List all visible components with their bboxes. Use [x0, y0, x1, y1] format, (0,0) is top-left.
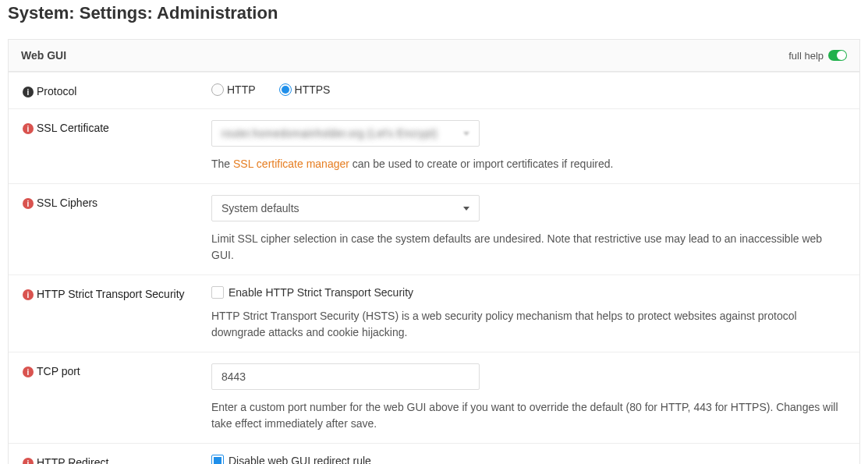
- field-ssl-ciphers: System defaults Limit SSL cipher selecti…: [211, 195, 845, 264]
- row-http-redirect: i HTTP Redirect Disable web GUI redirect…: [9, 443, 859, 464]
- ssl-cert-help-prefix: The: [211, 158, 233, 170]
- page-title: System: Settings: Administration: [0, 0, 868, 31]
- hsts-help: HTTP Strict Transport Security (HSTS) is…: [211, 308, 845, 341]
- info-icon[interactable]: i: [23, 87, 34, 97]
- label-http-redirect-text: HTTP Redirect: [37, 456, 108, 464]
- panel-header: Web GUI full help: [9, 40, 859, 72]
- protocol-http-option[interactable]: HTTP: [211, 83, 256, 96]
- full-help-toggle[interactable]: [828, 50, 847, 61]
- label-ssl-cert: i SSL Certificate: [23, 120, 211, 172]
- ssl-ciphers-selected: System defaults: [221, 202, 299, 214]
- label-protocol: i Protocol: [23, 83, 211, 97]
- chevron-down-icon: [463, 132, 469, 136]
- webgui-panel: Web GUI full help i Protocol HTTP: [8, 39, 860, 464]
- label-ssl-ciphers-text: SSL Ciphers: [37, 197, 97, 209]
- field-http-redirect: Disable web GUI redirect rule When this …: [211, 455, 845, 464]
- field-tcp-port: Enter a custom port number for the web G…: [211, 363, 845, 432]
- full-help-label: full help: [788, 50, 824, 62]
- label-ssl-ciphers: i SSL Ciphers: [23, 195, 211, 264]
- info-icon[interactable]: i: [23, 198, 34, 209]
- ssl-cert-manager-link[interactable]: SSL certificate manager: [233, 158, 349, 170]
- row-protocol: i Protocol HTTP HTTPS: [9, 72, 859, 108]
- label-ssl-cert-text: SSL Certificate: [37, 122, 109, 134]
- hsts-checkbox[interactable]: [211, 286, 224, 299]
- ssl-ciphers-help: Limit SSL cipher selection in case the s…: [211, 231, 845, 264]
- protocol-radio-group: HTTP HTTPS: [211, 83, 845, 96]
- chevron-down-icon: [463, 207, 469, 211]
- label-tcp-port: i TCP port: [23, 363, 211, 432]
- radio-https[interactable]: [279, 83, 292, 96]
- field-protocol: HTTP HTTPS: [211, 83, 845, 97]
- tcp-port-input[interactable]: [211, 363, 480, 390]
- row-hsts: i HTTP Strict Transport Security Enable …: [9, 275, 859, 352]
- ssl-cert-help-suffix: can be used to create or import certific…: [349, 158, 614, 170]
- http-redirect-checkbox-line[interactable]: Disable web GUI redirect rule: [211, 455, 845, 464]
- row-ssl-cert: i SSL Certificate router.homedomainholde…: [9, 108, 859, 183]
- label-tcp-port-text: TCP port: [37, 365, 80, 377]
- info-icon[interactable]: i: [23, 367, 34, 377]
- http-redirect-checkbox-label: Disable web GUI redirect rule: [229, 455, 371, 464]
- full-help-toggle-group: full help: [788, 50, 847, 62]
- radio-http[interactable]: [211, 83, 224, 96]
- tcp-port-help: Enter a custom port number for the web G…: [211, 399, 845, 432]
- field-ssl-cert: router.homedomainholder.org (Let's Encry…: [211, 120, 845, 172]
- ssl-cert-select[interactable]: router.homedomainholder.org (Let's Encry…: [211, 120, 480, 147]
- radio-http-label: HTTP: [227, 83, 256, 96]
- radio-https-label: HTTPS: [295, 83, 331, 96]
- ssl-cert-selected: router.homedomainholder.org (Let's Encry…: [221, 127, 438, 140]
- label-protocol-text: Protocol: [37, 85, 76, 97]
- hsts-checkbox-line[interactable]: Enable HTTP Strict Transport Security: [211, 286, 845, 299]
- field-hsts: Enable HTTP Strict Transport Security HT…: [211, 286, 845, 341]
- row-tcp-port: i TCP port Enter a custom port number fo…: [9, 352, 859, 443]
- label-hsts: i HTTP Strict Transport Security: [23, 286, 211, 341]
- info-icon[interactable]: i: [23, 123, 34, 134]
- hsts-checkbox-label: Enable HTTP Strict Transport Security: [229, 286, 413, 299]
- protocol-https-option[interactable]: HTTPS: [279, 83, 331, 96]
- row-ssl-ciphers: i SSL Ciphers System defaults Limit SSL …: [9, 183, 859, 275]
- label-hsts-text: HTTP Strict Transport Security: [37, 288, 185, 300]
- label-http-redirect: i HTTP Redirect: [23, 455, 211, 464]
- http-redirect-checkbox[interactable]: [211, 455, 224, 464]
- info-icon[interactable]: i: [23, 289, 34, 300]
- info-icon[interactable]: i: [23, 458, 34, 464]
- ssl-ciphers-select[interactable]: System defaults: [211, 195, 480, 221]
- ssl-cert-help: The SSL certificate manager can be used …: [211, 156, 845, 172]
- panel-header-title: Web GUI: [21, 49, 66, 62]
